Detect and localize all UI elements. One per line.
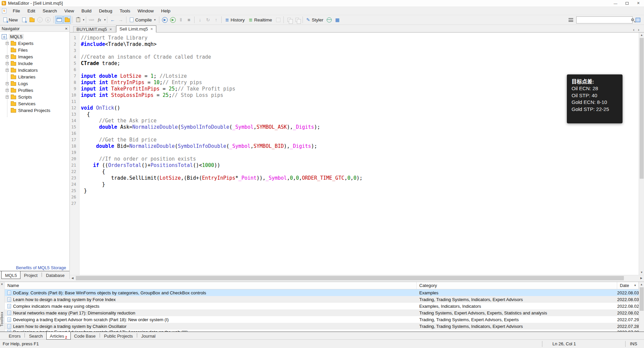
navigate-forward-button[interactable]: →: [117, 16, 125, 24]
expand-icon[interactable]: +: [6, 89, 9, 92]
code-editor[interactable]: 1//import Trade Library2#include<Trade\T…: [70, 33, 639, 275]
stop-button[interactable]: ■: [185, 16, 193, 24]
styler-button[interactable]: ✎Styler: [304, 16, 325, 24]
sidebar-item-scripts[interactable]: +Scripts: [0, 94, 69, 100]
editor-vertical-scrollbar[interactable]: ▲ ▼: [639, 33, 644, 275]
expand-icon[interactable]: +: [6, 55, 9, 58]
column-header-name[interactable]: Name: [5, 282, 417, 289]
close-tab-icon[interactable]: ✕: [109, 27, 112, 31]
new-button[interactable]: New: [1, 16, 20, 24]
save-all-button[interactable]: ⇓: [44, 16, 52, 24]
vertical-scroll-thumb[interactable]: [640, 38, 644, 179]
step-into-button[interactable]: ↓: [196, 16, 204, 24]
functions-button[interactable]: fx: [96, 16, 104, 24]
start-debug-button[interactable]: ▶: [161, 16, 169, 24]
sidebar-item-mql5-root[interactable]: {} MQL5: [0, 33, 69, 40]
horizontal-scroll-thumb[interactable]: [76, 276, 624, 280]
column-header-date[interactable]: Date▼: [617, 282, 639, 289]
tab-scroll-right-icon[interactable]: ›: [638, 27, 639, 32]
expand-icon[interactable]: +: [6, 96, 9, 99]
sidebar-item-experts[interactable]: +Experts: [0, 40, 69, 47]
step-over-button[interactable]: ↻: [204, 16, 212, 24]
sidebar-item-indicators[interactable]: +Indicators: [0, 67, 69, 73]
pause-chart-button[interactable]: [274, 16, 282, 24]
toolbox-tab-journal[interactable]: Journal: [138, 332, 159, 340]
scroll-up-icon[interactable]: ▲: [639, 33, 644, 38]
table-scroll-up-icon[interactable]: ▲: [639, 282, 644, 287]
menu-build[interactable]: Build: [78, 7, 95, 15]
navigate-back-button[interactable]: ←: [109, 16, 117, 24]
step-out-button[interactable]: ↑: [212, 16, 220, 24]
menu-view[interactable]: View: [61, 7, 78, 15]
sidebar-item-services[interactable]: Services: [0, 100, 69, 107]
scroll-down-icon[interactable]: ▼: [639, 270, 644, 275]
save-button[interactable]: ↓: [36, 16, 44, 24]
attach-dropdown-icon[interactable]: ▾: [83, 18, 85, 21]
menu-file[interactable]: File: [9, 7, 24, 15]
scroll-left-icon[interactable]: ◀: [70, 275, 75, 281]
expand-icon[interactable]: +: [6, 62, 9, 65]
toolbox-tab-public-projects[interactable]: Public Projects: [101, 332, 136, 340]
open-button[interactable]: [28, 16, 36, 24]
sidebar-item-shared-projects[interactable]: Shared Projects: [0, 107, 69, 114]
maximize-icon[interactable]: [621, 0, 633, 6]
close-icon[interactable]: ✕: [633, 0, 644, 6]
menu-tools[interactable]: Tools: [116, 7, 134, 15]
tab-database[interactable]: Database: [43, 271, 68, 279]
close-tab-icon[interactable]: ✕: [150, 27, 153, 31]
realtime-button[interactable]: ≣Realtime: [247, 16, 274, 24]
tab-sell-limit-mq5[interactable]: Sell Limit.mq5✕: [116, 25, 156, 33]
expand-icon[interactable]: +: [6, 42, 9, 45]
chart-button[interactable]: ▦: [333, 16, 341, 24]
tab-scroll-left-icon[interactable]: ‹: [633, 27, 634, 32]
menu-debug[interactable]: Debug: [95, 7, 116, 15]
variables-button[interactable]: VAR: [88, 16, 96, 24]
menu-help[interactable]: Help: [157, 7, 174, 15]
tab-buylimit-mq5[interactable]: BUYLIMIT.mq5✕: [73, 26, 115, 32]
menu-search[interactable]: Search: [39, 7, 61, 15]
toolbox-tab-search[interactable]: Search: [25, 332, 46, 340]
navigator-close-icon[interactable]: ✕: [65, 27, 68, 31]
sidebar-item-libraries[interactable]: Libraries: [0, 73, 69, 80]
sidebar-item-profiles[interactable]: +Profiles: [0, 87, 69, 94]
table-row[interactable]: DoEasy. Controls (Part 8): Base WinForms…: [5, 289, 644, 296]
toolbox-tab-errors[interactable]: Errors: [5, 332, 24, 340]
tab-project[interactable]: Project: [20, 271, 41, 279]
toolbox-tab-articles[interactable]: Articles2: [46, 332, 71, 340]
minimize-icon[interactable]: —: [610, 0, 621, 6]
sidebar-item-include[interactable]: +Include: [0, 60, 69, 67]
sidebar-item-images[interactable]: +Images: [0, 53, 69, 60]
pause-button[interactable]: Ⅱ: [177, 16, 185, 24]
tab-mql5[interactable]: MQL5: [1, 271, 20, 279]
mql5-storage-link[interactable]: Benefits of MQL5 Storage: [16, 265, 66, 270]
history-button[interactable]: ≣History: [223, 16, 247, 24]
toolbox-tab-code-base[interactable]: Code Base: [71, 332, 99, 340]
table-row[interactable]: Learn how to design a trading system by …: [5, 323, 644, 330]
toggle-navigator-button[interactable]: [55, 16, 63, 24]
editor-horizontal-scrollbar[interactable]: ◀ ▶: [70, 275, 644, 281]
sidebar-item-files[interactable]: Files: [0, 47, 69, 53]
column-header-category[interactable]: Category: [417, 282, 617, 289]
menu-window[interactable]: Window: [134, 7, 157, 15]
scroll-right-icon[interactable]: ▶: [639, 275, 644, 281]
expand-icon[interactable]: +: [6, 82, 9, 85]
functions-dropdown-icon[interactable]: ▾: [104, 18, 106, 21]
search-input[interactable]: [577, 17, 631, 23]
table-row[interactable]: Neural networks made easy (Part 17): Dim…: [5, 309, 644, 316]
table-row[interactable]: Complex indicators made easy using objec…: [5, 303, 644, 309]
table-scroll-thumb[interactable]: [640, 287, 644, 311]
table-row[interactable]: Developing a trading Expert Advisor from…: [5, 316, 644, 323]
start-profiling-button[interactable]: ▶: [169, 16, 177, 24]
sidebar-item-logs[interactable]: +Logs: [0, 80, 69, 87]
duplicate-button[interactable]: [293, 16, 301, 24]
toolbox-close-icon[interactable]: ✕: [1, 283, 3, 286]
attach-metatrader-button[interactable]: [74, 16, 82, 24]
expand-icon[interactable]: +: [6, 69, 9, 72]
search-options-button[interactable]: [567, 16, 575, 24]
menu-edit[interactable]: Edit: [24, 7, 39, 15]
new-window-button[interactable]: [20, 16, 28, 24]
compile-button[interactable]: Compile▾: [128, 16, 158, 24]
toggle-toolbox-button[interactable]: [63, 16, 71, 24]
search-icon[interactable]: [631, 18, 634, 21]
copy-button[interactable]: [285, 16, 293, 24]
